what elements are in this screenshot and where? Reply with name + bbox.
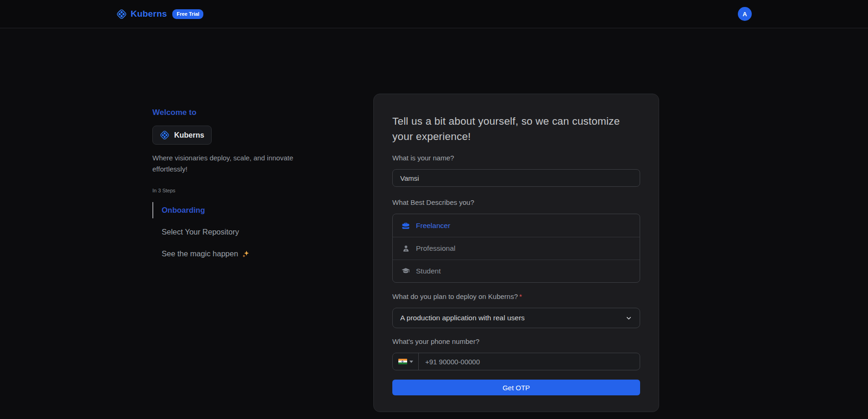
name-input[interactable] [392,169,640,187]
steps-list: Onboarding Select Your Repository See th… [152,202,312,262]
country-code-dropdown[interactable] [393,353,419,370]
get-otp-button[interactable]: Get OTP [392,380,640,395]
tagline-line: effortlessly! [152,164,312,175]
describe-option-label: Student [416,267,440,275]
briefcase-icon [401,221,410,230]
welcome-heading: Welcome to [152,108,312,117]
steps-caption: In 3 Steps [152,188,312,193]
form-title-line: Tell us a bit about yourself, so we can … [392,114,640,129]
chevron-down-icon [625,315,632,322]
step-label: Onboarding [162,206,205,215]
deploy-select[interactable]: A production application with real users [392,308,640,328]
required-asterisk: * [519,292,522,300]
phone-number-input[interactable] [419,353,640,370]
caret-down-icon [409,361,413,363]
welcome-panel: Welcome to Kuberns Where visionaries dep… [152,108,312,267]
deploy-select-value: A production application with real users [400,314,525,322]
person-icon [401,244,410,253]
top-navbar: Kuberns Free Trial A [0,0,868,28]
describe-options: Freelancer Professional [392,214,640,283]
name-label: What is your name? [392,154,640,162]
brand-link[interactable]: Kuberns Free Trial [116,9,203,19]
step-see-magic: See the magic happen [152,246,312,262]
brand-card: Kuberns [152,126,212,145]
phone-input-group [392,353,640,370]
kuberns-logo-icon [160,130,170,140]
kuberns-logo-icon [116,9,127,19]
main-content: Welcome to Kuberns Where visionaries dep… [0,28,868,419]
describe-option-student[interactable]: Student [393,260,640,282]
brand-name: Kuberns [174,131,204,140]
sparkles-icon [242,250,250,258]
graduation-cap-icon [401,267,410,276]
describe-option-label: Freelancer [416,222,450,230]
describe-option-professional[interactable]: Professional [393,237,640,260]
user-avatar[interactable]: A [738,7,752,21]
deploy-label: What do you plan to deploy on Kuberns?* [392,292,640,301]
describe-option-freelancer[interactable]: Freelancer [393,214,640,237]
tagline: Where visionaries deploy, scale, and inn… [152,152,312,175]
form-title: Tell us a bit about yourself, so we can … [392,114,640,144]
describe-label: What Best Describes you? [392,198,640,207]
tagline-line: Where visionaries deploy, scale, and inn… [152,152,312,164]
brand-name: Kuberns [131,9,167,19]
form-title-line: your experience! [392,129,640,144]
step-label: See the magic happen [162,249,238,258]
deploy-label-text: What do you plan to deploy on Kuberns? [392,292,518,300]
step-label: Select Your Repository [162,228,239,236]
free-trial-badge: Free Trial [172,9,203,19]
phone-label: What's your phone number? [392,337,640,346]
step-select-repository: Select Your Repository [152,224,312,240]
describe-option-label: Professional [416,244,455,253]
india-flag-icon [398,359,407,365]
onboarding-form-card: Tell us a bit about yourself, so we can … [373,94,659,412]
step-onboarding: Onboarding [152,202,312,218]
